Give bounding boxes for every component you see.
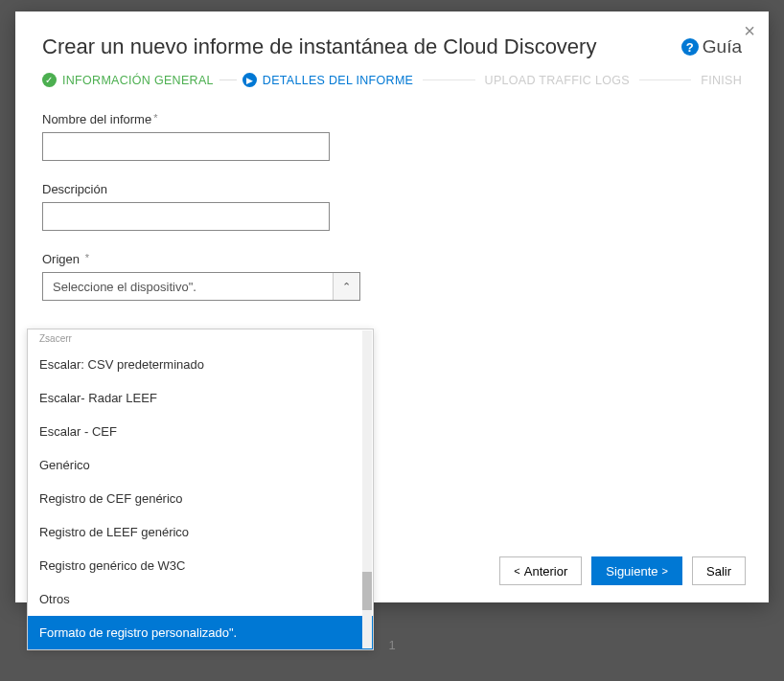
report-form: Nombre del informe* Descripción Origen *… — [15, 104, 769, 329]
prev-button[interactable]: < Anterior — [499, 556, 582, 585]
report-name-input[interactable] — [42, 132, 330, 161]
step-report-details[interactable]: ▶ DETALLES DEL INFORME — [242, 73, 413, 87]
step-finish: FINISH — [701, 74, 742, 87]
field-report-name: Nombre del informe* — [42, 112, 742, 161]
description-label: Descripción — [42, 182, 742, 196]
dropdown-option[interactable]: Registro genérico de W3C — [28, 549, 373, 582]
scrollbar[interactable] — [362, 330, 372, 648]
dropdown-option[interactable]: Otros — [28, 582, 373, 616]
dropdown-option[interactable]: Escalar- Radar LEEF — [28, 381, 373, 415]
description-input[interactable] — [42, 202, 330, 231]
modal-title: Crear un nuevo informe de instantánea de… — [42, 34, 596, 59]
step-divider — [219, 79, 237, 80]
next-button[interactable]: Siguiente > — [591, 556, 682, 585]
field-description: Descripción — [42, 182, 742, 231]
modal-header: Crear un nuevo informe de instantánea de… — [15, 11, 769, 67]
source-select[interactable]: Seleccione el dispositivo". ⌃ — [42, 272, 360, 301]
chevron-up-icon: ⌃ — [333, 273, 359, 300]
chevron-left-icon: < — [514, 565, 519, 577]
exit-button[interactable]: Salir — [692, 556, 746, 585]
scrollbar-thumb[interactable] — [362, 572, 372, 610]
dropdown-option[interactable]: Escalar: CSV predeterminado — [28, 348, 373, 381]
wizard-steps: ✓ INFORMACIÓN GENERAL ▶ DETALLES DEL INF… — [15, 67, 769, 104]
field-source: Origen * Seleccione el dispositivo". ⌃ — [42, 252, 742, 301]
step-divider — [639, 79, 691, 80]
arrow-right-icon: ▶ — [242, 73, 257, 87]
required-mark: * — [153, 112, 157, 124]
source-label: Origen * — [42, 252, 742, 266]
required-mark: * — [85, 252, 89, 263]
modal-footer: < Anterior Siguiente > Salir — [499, 556, 746, 585]
source-dropdown: ZsacerrEscalar: CSV predeterminadoEscala… — [27, 329, 374, 650]
dropdown-option[interactable]: Formato de registro personalizado". — [28, 616, 373, 649]
dropdown-option[interactable]: Registro de LEEF genérico — [28, 515, 373, 549]
page-number: 1 — [388, 638, 395, 652]
dropdown-option[interactable]: Escalar - CEF — [28, 415, 373, 448]
chevron-right-icon: > — [662, 565, 668, 577]
dropdown-option[interactable]: Registro de CEF genérico — [28, 482, 373, 515]
guide-link[interactable]: ? Guía — [681, 36, 742, 57]
source-selected-text: Seleccione el dispositivo". — [53, 280, 196, 294]
report-name-label: Nombre del informe* — [42, 112, 742, 126]
check-icon: ✓ — [42, 73, 57, 87]
close-icon[interactable]: × — [744, 21, 755, 40]
step-divider — [423, 79, 474, 80]
step-upload-logs: UPLOAD TRAFFIC LOGS — [485, 74, 630, 87]
dropdown-option[interactable]: Zsacerr — [28, 329, 373, 348]
guide-label: Guía — [703, 36, 742, 57]
dropdown-option[interactable]: Genérico — [28, 448, 373, 482]
help-icon: ? — [681, 38, 699, 56]
step-general-info[interactable]: ✓ INFORMACIÓN GENERAL — [42, 73, 214, 87]
